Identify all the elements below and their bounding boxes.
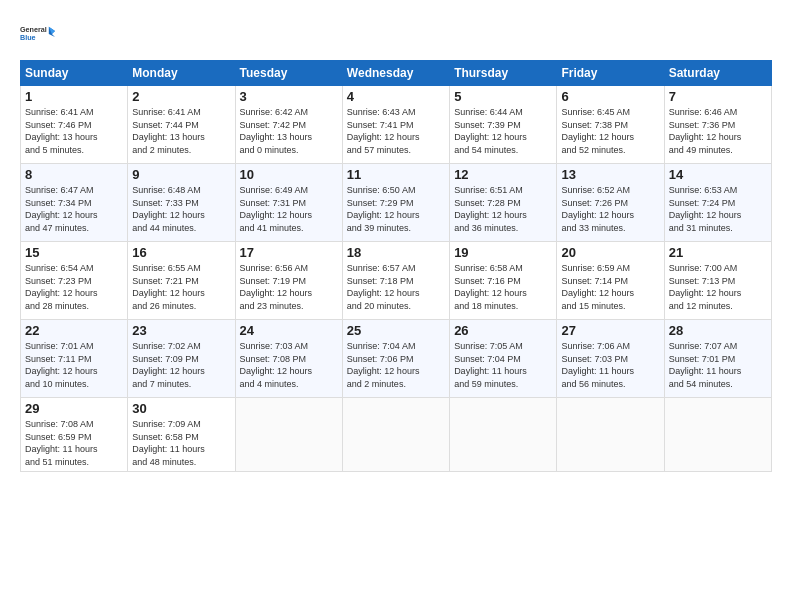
day-number: 21 bbox=[669, 245, 767, 260]
day-header-tuesday: Tuesday bbox=[235, 61, 342, 86]
day-info: Sunrise: 6:53 AM Sunset: 7:24 PM Dayligh… bbox=[669, 184, 767, 234]
day-info: Sunrise: 6:47 AM Sunset: 7:34 PM Dayligh… bbox=[25, 184, 123, 234]
calendar-cell: 22Sunrise: 7:01 AM Sunset: 7:11 PM Dayli… bbox=[21, 320, 128, 398]
week-row-5: 29Sunrise: 7:08 AM Sunset: 6:59 PM Dayli… bbox=[21, 398, 772, 472]
calendar-cell: 16Sunrise: 6:55 AM Sunset: 7:21 PM Dayli… bbox=[128, 242, 235, 320]
day-number: 27 bbox=[561, 323, 659, 338]
calendar-cell bbox=[342, 398, 449, 472]
day-info: Sunrise: 6:48 AM Sunset: 7:33 PM Dayligh… bbox=[132, 184, 230, 234]
day-info: Sunrise: 7:09 AM Sunset: 6:58 PM Dayligh… bbox=[132, 418, 230, 468]
day-header-sunday: Sunday bbox=[21, 61, 128, 86]
day-number: 11 bbox=[347, 167, 445, 182]
day-number: 15 bbox=[25, 245, 123, 260]
day-number: 1 bbox=[25, 89, 123, 104]
day-info: Sunrise: 7:02 AM Sunset: 7:09 PM Dayligh… bbox=[132, 340, 230, 390]
day-number: 25 bbox=[347, 323, 445, 338]
day-info: Sunrise: 6:52 AM Sunset: 7:26 PM Dayligh… bbox=[561, 184, 659, 234]
day-info: Sunrise: 6:44 AM Sunset: 7:39 PM Dayligh… bbox=[454, 106, 552, 156]
day-info: Sunrise: 6:43 AM Sunset: 7:41 PM Dayligh… bbox=[347, 106, 445, 156]
calendar-cell bbox=[557, 398, 664, 472]
day-number: 8 bbox=[25, 167, 123, 182]
calendar-cell: 29Sunrise: 7:08 AM Sunset: 6:59 PM Dayli… bbox=[21, 398, 128, 472]
calendar-cell: 1Sunrise: 6:41 AM Sunset: 7:46 PM Daylig… bbox=[21, 86, 128, 164]
day-number: 2 bbox=[132, 89, 230, 104]
day-number: 19 bbox=[454, 245, 552, 260]
day-info: Sunrise: 6:45 AM Sunset: 7:38 PM Dayligh… bbox=[561, 106, 659, 156]
week-row-3: 15Sunrise: 6:54 AM Sunset: 7:23 PM Dayli… bbox=[21, 242, 772, 320]
day-info: Sunrise: 6:54 AM Sunset: 7:23 PM Dayligh… bbox=[25, 262, 123, 312]
day-info: Sunrise: 6:49 AM Sunset: 7:31 PM Dayligh… bbox=[240, 184, 338, 234]
day-header-saturday: Saturday bbox=[664, 61, 771, 86]
calendar-cell: 30Sunrise: 7:09 AM Sunset: 6:58 PM Dayli… bbox=[128, 398, 235, 472]
day-number: 12 bbox=[454, 167, 552, 182]
day-number: 13 bbox=[561, 167, 659, 182]
day-number: 10 bbox=[240, 167, 338, 182]
day-info: Sunrise: 6:41 AM Sunset: 7:46 PM Dayligh… bbox=[25, 106, 123, 156]
week-row-1: 1Sunrise: 6:41 AM Sunset: 7:46 PM Daylig… bbox=[21, 86, 772, 164]
day-number: 3 bbox=[240, 89, 338, 104]
calendar-table: SundayMondayTuesdayWednesdayThursdayFrid… bbox=[20, 60, 772, 472]
page-header: GeneralBlue bbox=[20, 16, 772, 52]
calendar-cell: 19Sunrise: 6:58 AM Sunset: 7:16 PM Dayli… bbox=[450, 242, 557, 320]
logo: GeneralBlue bbox=[20, 16, 56, 52]
day-number: 14 bbox=[669, 167, 767, 182]
day-info: Sunrise: 6:50 AM Sunset: 7:29 PM Dayligh… bbox=[347, 184, 445, 234]
day-header-wednesday: Wednesday bbox=[342, 61, 449, 86]
day-number: 23 bbox=[132, 323, 230, 338]
day-number: 26 bbox=[454, 323, 552, 338]
day-info: Sunrise: 7:00 AM Sunset: 7:13 PM Dayligh… bbox=[669, 262, 767, 312]
calendar-cell: 4Sunrise: 6:43 AM Sunset: 7:41 PM Daylig… bbox=[342, 86, 449, 164]
calendar-cell: 26Sunrise: 7:05 AM Sunset: 7:04 PM Dayli… bbox=[450, 320, 557, 398]
calendar-cell: 14Sunrise: 6:53 AM Sunset: 7:24 PM Dayli… bbox=[664, 164, 771, 242]
days-header-row: SundayMondayTuesdayWednesdayThursdayFrid… bbox=[21, 61, 772, 86]
day-number: 28 bbox=[669, 323, 767, 338]
calendar-cell: 8Sunrise: 6:47 AM Sunset: 7:34 PM Daylig… bbox=[21, 164, 128, 242]
day-info: Sunrise: 6:58 AM Sunset: 7:16 PM Dayligh… bbox=[454, 262, 552, 312]
calendar-cell: 23Sunrise: 7:02 AM Sunset: 7:09 PM Dayli… bbox=[128, 320, 235, 398]
calendar-cell: 12Sunrise: 6:51 AM Sunset: 7:28 PM Dayli… bbox=[450, 164, 557, 242]
calendar-cell: 18Sunrise: 6:57 AM Sunset: 7:18 PM Dayli… bbox=[342, 242, 449, 320]
day-number: 29 bbox=[25, 401, 123, 416]
day-info: Sunrise: 7:06 AM Sunset: 7:03 PM Dayligh… bbox=[561, 340, 659, 390]
day-info: Sunrise: 7:05 AM Sunset: 7:04 PM Dayligh… bbox=[454, 340, 552, 390]
day-info: Sunrise: 6:59 AM Sunset: 7:14 PM Dayligh… bbox=[561, 262, 659, 312]
calendar-cell: 3Sunrise: 6:42 AM Sunset: 7:42 PM Daylig… bbox=[235, 86, 342, 164]
calendar-cell: 13Sunrise: 6:52 AM Sunset: 7:26 PM Dayli… bbox=[557, 164, 664, 242]
calendar-cell: 21Sunrise: 7:00 AM Sunset: 7:13 PM Dayli… bbox=[664, 242, 771, 320]
calendar-cell: 28Sunrise: 7:07 AM Sunset: 7:01 PM Dayli… bbox=[664, 320, 771, 398]
day-number: 30 bbox=[132, 401, 230, 416]
day-info: Sunrise: 6:46 AM Sunset: 7:36 PM Dayligh… bbox=[669, 106, 767, 156]
calendar-cell: 10Sunrise: 6:49 AM Sunset: 7:31 PM Dayli… bbox=[235, 164, 342, 242]
calendar-cell: 25Sunrise: 7:04 AM Sunset: 7:06 PM Dayli… bbox=[342, 320, 449, 398]
day-number: 18 bbox=[347, 245, 445, 260]
day-number: 17 bbox=[240, 245, 338, 260]
calendar-cell: 24Sunrise: 7:03 AM Sunset: 7:08 PM Dayli… bbox=[235, 320, 342, 398]
calendar-cell: 2Sunrise: 6:41 AM Sunset: 7:44 PM Daylig… bbox=[128, 86, 235, 164]
svg-text:Blue: Blue bbox=[20, 33, 36, 42]
calendar-cell: 7Sunrise: 6:46 AM Sunset: 7:36 PM Daylig… bbox=[664, 86, 771, 164]
calendar-cell bbox=[450, 398, 557, 472]
day-number: 5 bbox=[454, 89, 552, 104]
day-header-friday: Friday bbox=[557, 61, 664, 86]
day-header-thursday: Thursday bbox=[450, 61, 557, 86]
day-header-monday: Monday bbox=[128, 61, 235, 86]
calendar-cell bbox=[664, 398, 771, 472]
day-number: 9 bbox=[132, 167, 230, 182]
day-number: 16 bbox=[132, 245, 230, 260]
day-number: 4 bbox=[347, 89, 445, 104]
day-info: Sunrise: 6:51 AM Sunset: 7:28 PM Dayligh… bbox=[454, 184, 552, 234]
week-row-4: 22Sunrise: 7:01 AM Sunset: 7:11 PM Dayli… bbox=[21, 320, 772, 398]
day-info: Sunrise: 6:56 AM Sunset: 7:19 PM Dayligh… bbox=[240, 262, 338, 312]
day-number: 7 bbox=[669, 89, 767, 104]
day-info: Sunrise: 6:57 AM Sunset: 7:18 PM Dayligh… bbox=[347, 262, 445, 312]
calendar-cell bbox=[235, 398, 342, 472]
calendar-cell: 11Sunrise: 6:50 AM Sunset: 7:29 PM Dayli… bbox=[342, 164, 449, 242]
calendar-cell: 5Sunrise: 6:44 AM Sunset: 7:39 PM Daylig… bbox=[450, 86, 557, 164]
calendar-cell: 6Sunrise: 6:45 AM Sunset: 7:38 PM Daylig… bbox=[557, 86, 664, 164]
day-number: 22 bbox=[25, 323, 123, 338]
day-info: Sunrise: 7:04 AM Sunset: 7:06 PM Dayligh… bbox=[347, 340, 445, 390]
day-info: Sunrise: 7:08 AM Sunset: 6:59 PM Dayligh… bbox=[25, 418, 123, 468]
calendar-cell: 20Sunrise: 6:59 AM Sunset: 7:14 PM Dayli… bbox=[557, 242, 664, 320]
logo-icon: GeneralBlue bbox=[20, 16, 56, 52]
day-info: Sunrise: 6:41 AM Sunset: 7:44 PM Dayligh… bbox=[132, 106, 230, 156]
